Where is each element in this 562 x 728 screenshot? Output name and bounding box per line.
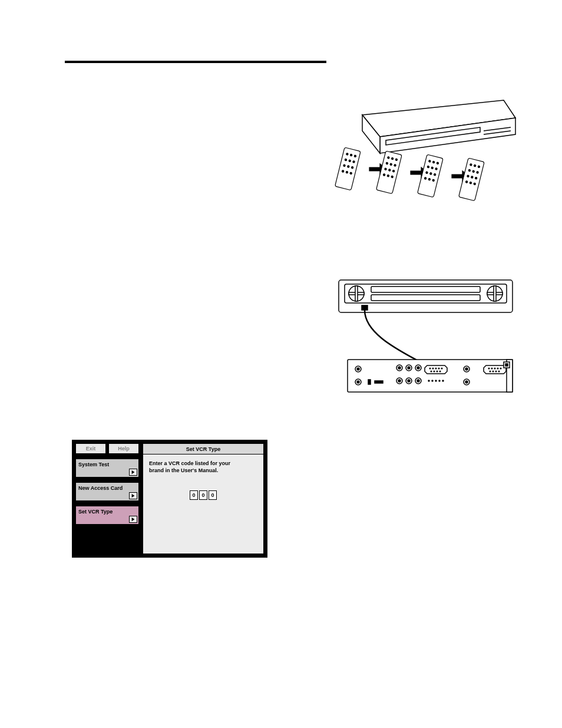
svg-point-50 [472, 170, 475, 173]
osd-left-column: Exit Help System Test New Access Card Se… [75, 443, 139, 554]
svg-point-41 [434, 173, 436, 176]
svg-point-91 [429, 368, 431, 369]
svg-point-12 [353, 161, 355, 163]
svg-point-25 [394, 164, 396, 167]
svg-point-115 [492, 371, 494, 372]
svg-point-52 [467, 175, 470, 177]
svg-point-24 [390, 163, 392, 166]
svg-point-21 [391, 157, 394, 160]
help-button[interactable]: Help [108, 443, 139, 454]
svg-point-46 [470, 163, 472, 166]
svg-point-35 [437, 162, 439, 164]
menu-item-label: Set VCR Type [78, 509, 113, 515]
svg-point-57 [474, 183, 476, 185]
svg-point-37 [431, 167, 434, 169]
svg-point-27 [388, 169, 391, 172]
svg-marker-120 [132, 494, 135, 498]
svg-point-112 [497, 368, 498, 369]
svg-point-18 [350, 172, 352, 174]
svg-point-84 [417, 367, 419, 369]
svg-point-42 [424, 177, 427, 180]
svg-point-29 [383, 174, 385, 176]
svg-point-104 [442, 380, 444, 381]
menu-item-label: System Test [78, 462, 109, 467]
chevron-right-icon [129, 516, 137, 523]
svg-rect-61 [371, 295, 480, 301]
svg-point-116 [495, 371, 497, 372]
svg-point-88 [408, 380, 410, 382]
svg-point-31 [391, 176, 394, 178]
svg-rect-60 [371, 286, 480, 292]
svg-point-113 [500, 368, 501, 369]
svg-point-102 [435, 380, 437, 381]
svg-point-36 [427, 166, 429, 168]
svg-point-9 [354, 155, 356, 157]
svg-point-13 [343, 164, 346, 167]
svg-point-51 [477, 172, 479, 174]
menu-item-system-test[interactable]: System Test [75, 459, 139, 477]
svg-point-111 [494, 368, 495, 369]
panel-instruction-line: Enter a VCR code listed for your [149, 460, 257, 467]
menu-item-new-access-card[interactable]: New Access Card [75, 482, 139, 501]
svg-rect-68 [362, 305, 368, 310]
svg-point-109 [488, 368, 490, 369]
svg-point-20 [387, 156, 389, 159]
menu-item-label: New Access Card [78, 485, 123, 491]
svg-marker-121 [132, 518, 135, 521]
svg-point-114 [490, 371, 491, 372]
svg-point-26 [385, 168, 387, 170]
panel-title: Set VCR Type [143, 444, 263, 454]
svg-point-55 [465, 181, 468, 183]
digit-box[interactable]: 0 [209, 490, 217, 500]
digit-box[interactable]: 0 [190, 490, 198, 500]
svg-point-16 [342, 170, 344, 173]
svg-point-108 [465, 381, 468, 383]
svg-point-53 [471, 176, 473, 179]
svg-point-48 [478, 166, 480, 168]
svg-point-54 [475, 177, 477, 179]
svg-point-49 [468, 169, 471, 172]
svg-point-30 [387, 174, 389, 177]
svg-point-40 [429, 173, 432, 175]
svg-point-97 [434, 371, 435, 372]
vcr-backpanel-figure [336, 277, 515, 407]
svg-point-103 [439, 380, 440, 381]
svg-point-100 [428, 380, 429, 381]
svg-point-43 [428, 178, 431, 180]
svg-point-99 [439, 371, 441, 372]
svg-point-23 [386, 162, 388, 164]
svg-point-11 [349, 160, 351, 162]
chevron-right-icon [129, 492, 137, 499]
panel-instruction-line: brand in the User's Manual. [149, 467, 257, 475]
svg-point-15 [351, 166, 353, 169]
svg-point-94 [438, 368, 439, 369]
svg-rect-78 [375, 381, 383, 383]
svg-point-93 [435, 368, 437, 369]
svg-rect-67 [494, 286, 496, 301]
svg-point-47 [474, 164, 476, 167]
menu-item-set-vcr-type[interactable]: Set VCR Type [75, 506, 139, 525]
set-vcr-type-screen: Exit Help System Test New Access Card Se… [72, 440, 267, 558]
receiver-remotes-figure [327, 94, 521, 212]
digit-box[interactable]: 0 [199, 490, 207, 500]
svg-point-101 [432, 380, 433, 381]
svg-point-10 [345, 159, 347, 161]
svg-point-80 [398, 367, 401, 369]
svg-point-95 [441, 368, 442, 369]
exit-button[interactable]: Exit [75, 443, 106, 454]
svg-point-74 [357, 368, 359, 370]
svg-point-7 [346, 153, 348, 155]
chevron-right-icon [129, 469, 137, 476]
svg-point-82 [408, 367, 410, 369]
svg-point-90 [417, 380, 419, 382]
svg-point-110 [491, 368, 492, 369]
svg-point-14 [347, 166, 349, 168]
svg-point-17 [346, 171, 348, 173]
svg-point-76 [357, 381, 359, 383]
horizontal-rule [65, 61, 326, 63]
svg-point-86 [398, 380, 401, 382]
vcr-code-input[interactable]: 0 0 0 [149, 490, 257, 500]
svg-point-28 [392, 170, 395, 172]
svg-point-106 [465, 368, 468, 370]
svg-marker-119 [132, 470, 135, 474]
